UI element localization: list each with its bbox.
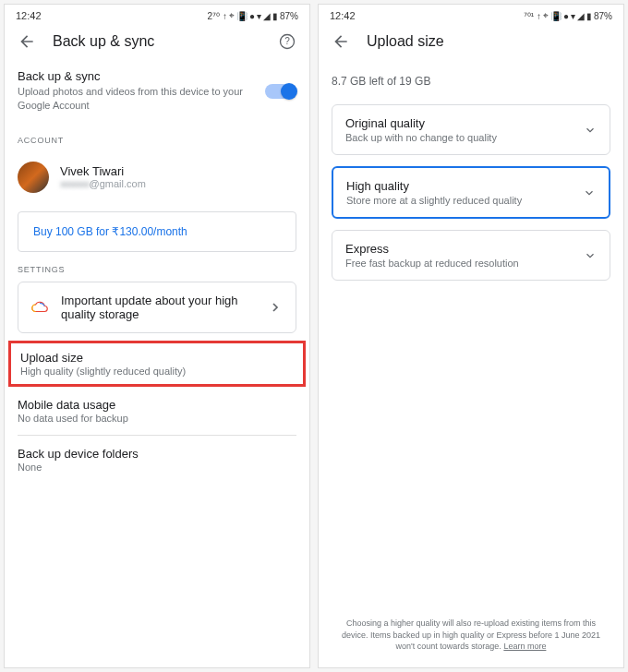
net-indicator: 2⁷⁰ ↑ (208, 11, 227, 21)
dot-icon: ● (249, 11, 255, 21)
option-title: Original quality (345, 116, 584, 130)
status-time: 12:42 (330, 10, 356, 21)
status-icons: 2⁷⁰ ↑ ⌖ 📳 ● ▾ ◢ ▮ 87% (208, 10, 298, 21)
chevron-right-icon (268, 300, 283, 315)
signal-icon: ◢ (263, 11, 271, 21)
divider (18, 435, 296, 436)
storage-text: 8.7 GB left of 19 GB (332, 75, 610, 88)
folders-title: Back up device folders (18, 447, 296, 461)
chevron-down-icon (584, 124, 597, 137)
cloud-icon (31, 299, 48, 316)
option-sub: Free fast backup at reduced resolution (345, 258, 584, 269)
backup-sync-row[interactable]: Back up & sync Upload photos and videos … (18, 60, 296, 123)
svg-text:?: ? (284, 36, 290, 46)
mobile-data-sub: No data used for backup (18, 413, 296, 424)
battery-pct: 87% (280, 11, 298, 21)
account-name: Vivek Tiwari (60, 164, 146, 178)
app-bar: Back up & sync ? (5, 23, 309, 60)
buy-storage-button[interactable]: Buy 100 GB for ₹130.00/month (18, 211, 296, 252)
app-bar: Upload size (319, 23, 623, 60)
mobile-data-title: Mobile data usage (18, 398, 296, 412)
update-card[interactable]: Important update about your high quality… (18, 282, 296, 333)
page-title: Back up & sync (53, 33, 261, 50)
upload-size-row[interactable]: Upload size High quality (slightly reduc… (8, 341, 306, 387)
option-high-quality[interactable]: High quality Store more at a slightly re… (332, 166, 610, 219)
account-email: xxxxxxx@gmail.com (60, 178, 146, 189)
option-original[interactable]: Original quality Back up with no change … (332, 104, 610, 155)
battery-pct: 87% (594, 11, 612, 21)
page-title: Upload size (367, 33, 610, 50)
battery-icon: ▮ (272, 11, 278, 21)
help-icon[interactable]: ? (278, 32, 296, 51)
net-indicator: ⁷⁰¹ ↑ (524, 11, 541, 21)
folders-sub: None (18, 462, 296, 473)
upload-size-sub: High quality (slightly reduced quality) (20, 366, 294, 377)
phone-left: 12:42 2⁷⁰ ↑ ⌖ 📳 ● ▾ ◢ ▮ 87% Back up & sy… (4, 4, 310, 668)
account-section-label: ACCOUNT (18, 136, 296, 145)
folders-row[interactable]: Back up device folders None (18, 438, 296, 482)
status-time: 12:42 (16, 10, 42, 21)
status-bar: 12:42 ⁷⁰¹ ↑ ⌖ 📳 ● ▾ ◢ ▮ 87% (319, 5, 623, 23)
chevron-down-icon (584, 249, 597, 262)
location-icon: ⌖ (229, 10, 235, 21)
option-title: High quality (346, 179, 583, 193)
option-express[interactable]: Express Free fast backup at reduced reso… (332, 230, 610, 281)
option-title: Express (345, 242, 584, 256)
status-icons: ⁷⁰¹ ↑ ⌖ 📳 ● ▾ ◢ ▮ 87% (524, 10, 612, 21)
backup-sync-title: Back up & sync (18, 69, 254, 83)
vibrate-icon: 📳 (236, 11, 248, 21)
phone-right: 12:42 ⁷⁰¹ ↑ ⌖ 📳 ● ▾ ◢ ▮ 87% Upload size … (318, 4, 624, 668)
account-row[interactable]: Vivek Tiwari xxxxxxx@gmail.com (18, 152, 296, 202)
backup-sync-sub: Upload photos and videos from this devic… (18, 85, 254, 114)
update-text: Important update about your high quality… (61, 294, 255, 321)
vibrate-icon: 📳 (550, 11, 562, 21)
battery-icon: ▮ (586, 11, 592, 21)
chevron-down-icon (583, 186, 596, 199)
upload-size-title: Upload size (20, 351, 294, 365)
dot-icon: ● (563, 11, 569, 21)
avatar (18, 162, 49, 193)
option-sub: Store more at a slightly reduced quality (346, 195, 583, 206)
option-sub: Back up with no change to quality (345, 132, 584, 143)
back-icon[interactable] (332, 32, 350, 51)
content: Back up & sync Upload photos and videos … (5, 60, 309, 667)
wifi-icon: ▾ (257, 11, 261, 21)
status-bar: 12:42 2⁷⁰ ↑ ⌖ 📳 ● ▾ ◢ ▮ 87% (5, 5, 309, 23)
content: 8.7 GB left of 19 GB Original quality Ba… (319, 60, 623, 608)
backup-sync-toggle[interactable] (265, 84, 296, 99)
back-icon[interactable] (18, 32, 36, 51)
settings-section-label: SETTINGS (18, 265, 296, 274)
mobile-data-row[interactable]: Mobile data usage No data used for backu… (18, 383, 296, 433)
footer-note: Choosing a higher quality will also re-u… (319, 608, 623, 667)
signal-icon: ◢ (577, 11, 585, 21)
wifi-icon: ▾ (571, 11, 575, 21)
location-icon: ⌖ (543, 10, 549, 21)
learn-more-link[interactable]: Learn more (503, 642, 546, 651)
